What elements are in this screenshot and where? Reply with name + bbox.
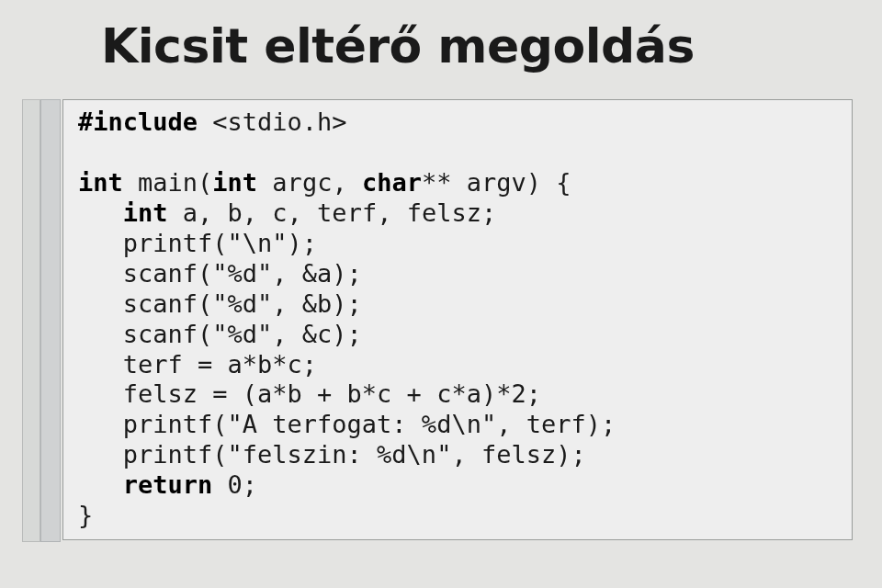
code-text: scanf("%d", &c);: [78, 320, 362, 348]
code-text: printf("A terfogat: %d\n", terf);: [78, 410, 616, 438]
code-text: 0;: [212, 470, 257, 499]
kw-int: int: [123, 198, 168, 227]
accent-bar-2: [40, 99, 61, 542]
code-text: scanf("%d", &a);: [78, 259, 362, 288]
code-text: felsz = (a*b + b*c + c*a)*2;: [78, 379, 541, 408]
code-text: terf = a*b*c;: [78, 350, 317, 379]
kw-include: #include: [78, 107, 198, 136]
code-text: [78, 470, 123, 499]
code-content: #include <stdio.h> int main(int argc, ch…: [78, 107, 839, 531]
accent-bar-1: [22, 99, 40, 542]
code-text: [78, 198, 123, 227]
code-text: scanf("%d", &b);: [78, 289, 362, 318]
slide-title: Kicsit eltérő megoldás: [101, 18, 695, 74]
code-text: printf("\n");: [78, 229, 317, 257]
kw-return: return: [123, 470, 213, 499]
code-text: main(: [123, 168, 213, 197]
side-accent: [22, 99, 61, 540]
slide: Kicsit eltérő megoldás #include <stdio.h…: [0, 0, 882, 588]
kw-int: int: [78, 168, 123, 197]
kw-int: int: [212, 168, 257, 197]
code-block: #include <stdio.h> int main(int argc, ch…: [62, 99, 853, 540]
code-text: printf("felszin: %d\n", felsz);: [78, 440, 586, 469]
code-text: ** argv) {: [422, 168, 571, 197]
code-text: a, b, c, terf, felsz;: [168, 198, 497, 227]
kw-char: char: [362, 168, 422, 197]
code-text: <stdio.h>: [198, 107, 347, 136]
code-text: }: [78, 501, 93, 529]
code-text: argc,: [257, 168, 362, 197]
